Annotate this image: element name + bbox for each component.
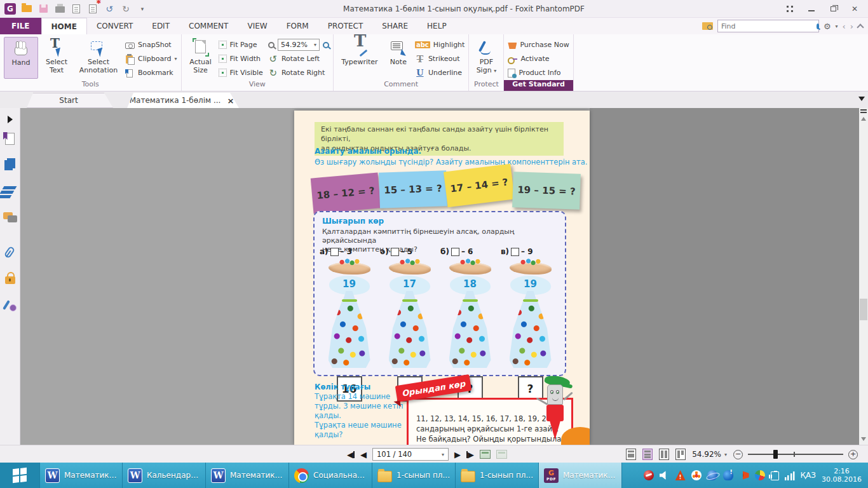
find-next-icon[interactable]: ›: [850, 22, 853, 31]
search-icon[interactable]: [817, 24, 819, 29]
next-view-icon[interactable]: [496, 450, 507, 459]
tab-convert[interactable]: CONVERT: [87, 18, 142, 34]
tab-edit[interactable]: EDIT: [142, 18, 179, 34]
underline-button[interactable]: U Underline: [415, 67, 465, 79]
taskbar-app-folder-2[interactable]: 1-сынып пл...: [456, 463, 539, 488]
activate-button[interactable]: Activate: [508, 53, 569, 65]
find-options-caret[interactable]: ▾: [836, 24, 838, 29]
tray-antivirus-icon[interactable]: [644, 470, 654, 480]
product-info-button[interactable]: Product Info: [508, 67, 569, 79]
clock[interactable]: 2:1630.08.2016: [822, 467, 862, 484]
bookmarks-panel-icon[interactable]: [3, 132, 18, 147]
actual-size-button[interactable]: Actual Size: [186, 37, 216, 79]
find-previous-icon[interactable]: ‹: [843, 22, 846, 31]
continuous-view-icon[interactable]: [642, 449, 653, 460]
tray-speaker-icon[interactable]: [660, 470, 670, 480]
expand-panel-icon[interactable]: [8, 116, 13, 123]
page-number-field[interactable]: 101 / 140▾: [372, 448, 449, 461]
split-view-handle[interactable]: [860, 109, 867, 113]
highlight-button[interactable]: abc Highlight: [415, 39, 465, 51]
snapshot-button[interactable]: SnapShot: [125, 39, 177, 51]
pdf-sign-button[interactable]: PDF Sign ▾: [473, 37, 499, 79]
last-page-button[interactable]: ▶: [466, 450, 474, 459]
fullscreen-button[interactable]: [779, 1, 801, 17]
tray-power-icon[interactable]: [771, 471, 779, 480]
collapse-ribbon-icon[interactable]: [857, 24, 864, 30]
open-file-icon[interactable]: [20, 3, 33, 15]
taskbar-app-chrome[interactable]: Социальная ...: [289, 463, 372, 488]
fit-visible-button[interactable]: Fit Visible: [219, 67, 263, 79]
save-icon[interactable]: [37, 3, 50, 15]
continuous-facing-view-icon[interactable]: [675, 449, 686, 460]
tab-view[interactable]: VIEW: [238, 18, 276, 34]
doc-tab-start[interactable]: Start: [18, 93, 119, 108]
tab-file[interactable]: FILE: [0, 18, 41, 34]
tab-share[interactable]: SHARE: [372, 18, 417, 34]
previous-view-icon[interactable]: [480, 450, 491, 459]
tab-form[interactable]: FORM: [277, 18, 318, 34]
zoom-slider-thumb[interactable]: [773, 450, 778, 459]
previous-page-button[interactable]: ◀: [360, 450, 367, 459]
zoom-in-icon[interactable]: [323, 42, 329, 48]
signature-panel-icon[interactable]: [3, 297, 18, 313]
clipboard-button[interactable]: Clipboard▾: [125, 53, 177, 65]
typewriter-button[interactable]: T Typewriter: [337, 37, 382, 79]
taskbar-app-word-1[interactable]: W Математика ...: [39, 463, 123, 488]
tab-home[interactable]: HOME: [41, 18, 87, 34]
tray-network-signal-icon[interactable]: [785, 470, 795, 480]
vertical-scrollbar[interactable]: [859, 108, 868, 445]
rotate-right-button[interactable]: ↻ Rotate Right: [268, 67, 329, 79]
comments-panel-icon[interactable]: [3, 210, 18, 226]
select-annotation-button[interactable]: Select Annotation: [75, 37, 122, 79]
find-options-gear-icon[interactable]: ⚙: [824, 22, 831, 31]
customize-toolbar-icon[interactable]: ▾: [136, 3, 149, 15]
fit-page-button[interactable]: Fit Page: [219, 39, 263, 51]
start-button[interactable]: [0, 463, 39, 488]
pages-panel-icon[interactable]: [3, 158, 18, 173]
scrollbar-thumb[interactable]: [860, 299, 867, 320]
rotate-left-button[interactable]: ↺ Rotate Left: [268, 53, 329, 65]
layers-panel-icon[interactable]: [3, 184, 18, 200]
taskbar-app-word-3[interactable]: W Математика ...: [206, 463, 289, 488]
email-icon[interactable]: [70, 3, 83, 15]
attachments-panel-icon[interactable]: [3, 245, 18, 261]
get-standard-banner[interactable]: Get Standard: [504, 80, 573, 91]
note-button[interactable]: Note: [384, 37, 412, 79]
scroll-down-icon[interactable]: [861, 437, 866, 441]
next-page-button[interactable]: ▶: [454, 450, 461, 459]
close-tab-icon[interactable]: ×: [227, 96, 234, 105]
strikeout-button[interactable]: T Strikeout: [415, 53, 465, 65]
language-indicator[interactable]: ҚАЗ: [801, 471, 816, 480]
taskbar-app-word-2[interactable]: W Кальендарн...: [123, 463, 206, 488]
tab-list-dropdown-icon[interactable]: [858, 97, 865, 101]
tray-sphere-icon[interactable]: [755, 470, 765, 480]
find-input[interactable]: [718, 22, 817, 30]
first-page-button[interactable]: ◀: [347, 450, 355, 459]
zoom-level-combobox[interactable]: 54.92%▾: [278, 39, 320, 51]
tray-loudspeaker-icon[interactable]: [739, 470, 749, 480]
scroll-up-icon[interactable]: [861, 117, 866, 121]
doc-tab-document[interactable]: Математика 1-бөлім ... ×: [118, 93, 245, 108]
tray-warning-icon[interactable]: !: [675, 470, 686, 480]
security-panel-icon[interactable]: [3, 271, 18, 287]
select-text-button[interactable]: T Select Text: [41, 37, 72, 79]
facing-view-icon[interactable]: [659, 449, 669, 460]
zoom-slider[interactable]: − +: [733, 450, 858, 459]
hand-tool-button[interactable]: Hand: [4, 37, 38, 79]
zoom-out-button[interactable]: −: [733, 450, 743, 459]
tray-flower-icon[interactable]: [691, 470, 702, 480]
single-page-view-icon[interactable]: [626, 449, 636, 460]
undo-icon[interactable]: ↺: [103, 3, 116, 15]
bookmark-button[interactable]: Bookmark: [125, 67, 177, 79]
restore-button[interactable]: [822, 1, 844, 17]
tray-planet-icon[interactable]: [707, 470, 717, 480]
redo-icon[interactable]: ↻: [119, 3, 132, 15]
document-canvas[interactable]: Екі таңбалы саннан екі таңбалы санды аза…: [20, 108, 859, 445]
search-folder-icon[interactable]: [702, 22, 713, 30]
fit-width-button[interactable]: Fit Width: [219, 53, 263, 65]
close-button[interactable]: ✕: [844, 1, 865, 17]
tab-comment[interactable]: COMMENT: [179, 18, 238, 34]
new-document-icon[interactable]: [86, 3, 99, 15]
purchase-now-button[interactable]: Purchase Now: [508, 39, 569, 51]
print-icon[interactable]: [53, 3, 66, 15]
